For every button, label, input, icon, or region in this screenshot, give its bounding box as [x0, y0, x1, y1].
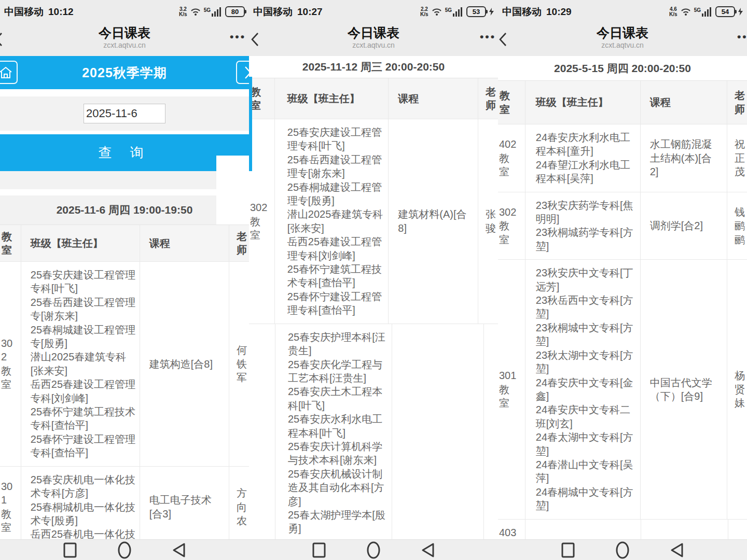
table-row: 403 — [498, 520, 747, 539]
page-title: 今日课表 — [249, 23, 498, 40]
recents-square-icon[interactable] — [558, 540, 578, 560]
carrier-label: 中国移动 — [253, 5, 293, 19]
room-cell: 302教室 — [498, 192, 525, 260]
semester-title: 2025秋季学期 — [0, 56, 249, 89]
status-bar: 中国移动 10:29 4.6K/s 5G 54 — [498, 0, 747, 23]
room-cell: 301教室 — [0, 467, 21, 539]
header-room: 教室 — [498, 81, 525, 124]
spacer — [0, 189, 249, 195]
title-bar: 今日课表 zcxt.aqtvu.cn ••• — [498, 23, 747, 56]
header-teacher: 老师 — [229, 225, 249, 261]
result-date-label: 2025-5-15 周四 20:00-20:50 — [554, 61, 691, 76]
screenshot-stage: 中国移动 10:12 3.2K/s 5G 80 今日课表 zcxt.aqtvu.… — [0, 0, 747, 560]
title-bar: 今日课表 zcxt.aqtvu.cn ••• — [0, 23, 249, 56]
table-row: 302教室23秋安庆药学专科[焦明明]23秋桐城药学专科[方堃]调剂学[合2]钱… — [498, 192, 747, 260]
spacer-band — [0, 171, 249, 189]
spacer — [0, 131, 249, 134]
table-row: 301教室25春安庆机电一体化技术专科[方彦]25春桐城机电一体化技术专[殷勇]… — [0, 467, 249, 539]
query-button[interactable]: 查 询 — [0, 134, 249, 171]
course-cell — [392, 324, 483, 539]
date-input[interactable] — [84, 104, 165, 123]
nav-set-3 — [558, 540, 687, 560]
status-bar: 中国移动 10:12 3.2K/s 5G 80 — [0, 0, 249, 23]
teacher-cell: 方向农 — [229, 467, 249, 539]
class-cell: 25春安庆机电一体化技术专科[方彦]25春桐城机电一体化技术专[殷勇]岳西25春… — [21, 467, 140, 539]
menu-dots-icon[interactable]: ••• — [737, 31, 747, 43]
result-date-label: 2025-11-12 周三 20:00-20:50 — [302, 60, 445, 74]
teacher-cell: 杨贤妹 — [727, 260, 747, 519]
recents-square-icon[interactable] — [309, 540, 329, 560]
phone-panel-1: 中国移动 10:12 3.2K/s 5G 80 今日课表 zcxt.aqtvu.… — [0, 0, 249, 539]
teacher-cell: 祝正茂 — [727, 124, 747, 192]
menu-dots-icon[interactable]: ••• — [230, 31, 246, 43]
back-icon[interactable] — [251, 32, 259, 47]
wifi-icon — [190, 7, 201, 16]
charging-icon — [738, 8, 743, 16]
header-class: 班级【班主任】 — [274, 78, 389, 119]
next-semester-icon[interactable] — [236, 61, 249, 84]
page-url: zcxt.aqtvu.cn — [249, 40, 498, 50]
result-date-band: 2025-5-15 周四 20:00-20:50 — [498, 56, 747, 80]
class-cell: 25春安庆护理本科[汪贵生]25春安庆化学工程与工艺本科[汪贵生]25春安庆土木… — [275, 324, 392, 539]
course-cell: 中国古代文学（下）[合9] — [640, 260, 727, 519]
header-class: 班级【班主任】 — [21, 225, 140, 261]
blue-edge-sliver — [249, 77, 252, 171]
status-icons: 4.6K/s 5G 54 — [669, 6, 743, 17]
result-date-label: 2025-11-6 周四 19:00-19:50 — [57, 203, 193, 217]
page-url: zcxt.aqtvu.cn — [498, 40, 747, 50]
course-cell: 建筑材料(A)[合8] — [388, 119, 478, 324]
clock-label: 10:12 — [48, 6, 74, 18]
clock-label: 10:27 — [297, 6, 323, 18]
class-cell: 24春安庆水利水电工程本科[童升]24春望江水利水电工程本科[吴萍] — [525, 124, 640, 192]
teacher-cell: 钱鹂鹂 — [727, 192, 747, 260]
signal-icon: 5G — [445, 7, 463, 17]
back-icon[interactable] — [499, 32, 507, 47]
class-cell: 25春安庆建设工程管理专科[叶飞]25春岳西建设工程管理专[谢东来]25春桐城建… — [274, 119, 389, 324]
header-room: 教室 — [0, 225, 21, 261]
battery-icon: 53 — [466, 6, 486, 17]
table-header-row: 教室班级【班主任】课程老师 — [0, 225, 249, 262]
back-triangle-icon[interactable] — [667, 540, 687, 560]
header-course: 课程 — [140, 225, 229, 261]
recents-square-icon[interactable] — [60, 540, 80, 560]
home-circle-icon[interactable] — [363, 540, 384, 560]
signal-icon: 5G — [694, 7, 712, 17]
phone-panel-3: 中国移动 10:29 4.6K/s 5G 54 今日课表 zcxt.aqtvu.… — [498, 0, 747, 539]
table-header-row: 教室班级【班主任】课程老师 — [249, 78, 498, 119]
network-speed: 4.6K/s — [669, 7, 677, 17]
screenshot-seam — [216, 156, 249, 225]
header-teacher: 老师 — [478, 78, 498, 119]
result-date-band: 2025-11-6 周四 19:00-19:50 — [0, 195, 249, 225]
nav-set-2 — [309, 540, 438, 560]
room-cell: 402教室 — [498, 124, 525, 192]
wifi-icon — [681, 7, 691, 16]
home-icon[interactable] — [0, 61, 18, 84]
table-header-row: 教室班级【班主任】课程老师 — [498, 80, 747, 124]
carrier-label: 中国移动 — [4, 5, 44, 19]
page-title: 今日课表 — [498, 23, 747, 40]
network-speed: 3.2K/s — [179, 7, 187, 17]
table-row: 301教室23秋安庆中文专科[丁远芳]23秋岳西中文专科[方堃]23秋桐城中文专… — [498, 260, 747, 519]
room-cell: 302教室 — [0, 262, 21, 466]
charging-icon — [489, 8, 494, 16]
back-icon[interactable] — [0, 32, 3, 47]
teacher-cell — [728, 520, 747, 539]
teacher-cell — [483, 324, 498, 539]
semester-banner: 2025秋季学期 — [0, 56, 249, 89]
home-circle-icon[interactable] — [612, 540, 633, 560]
class-cell: 23秋安庆中文专科[丁远芳]23秋岳西中文专科[方堃]23秋桐城中文专科[方堃]… — [525, 260, 640, 519]
wifi-icon — [432, 7, 442, 16]
course-cell: 建筑构造[合8] — [140, 262, 229, 466]
back-triangle-icon[interactable] — [169, 540, 189, 560]
teacher-cell: 何铁军 — [229, 262, 249, 466]
title-bar: 今日课表 zcxt.aqtvu.cn ••• — [249, 23, 498, 56]
course-cell: 电工电子技术[合3] — [140, 467, 229, 539]
schedule-table: 教室班级【班主任】课程老师302教室25春安庆建设工程管理专科[叶飞]25春岳西… — [0, 225, 249, 539]
class-cell: 23秋安庆药学专科[焦明明]23秋桐城药学专科[方堃] — [525, 192, 640, 260]
home-circle-icon[interactable] — [114, 540, 135, 560]
spacer — [0, 89, 249, 96]
page-title: 今日课表 — [0, 23, 249, 40]
back-triangle-icon[interactable] — [418, 540, 438, 560]
clock-label: 10:29 — [546, 6, 572, 18]
menu-dots-icon[interactable]: ••• — [480, 31, 496, 43]
